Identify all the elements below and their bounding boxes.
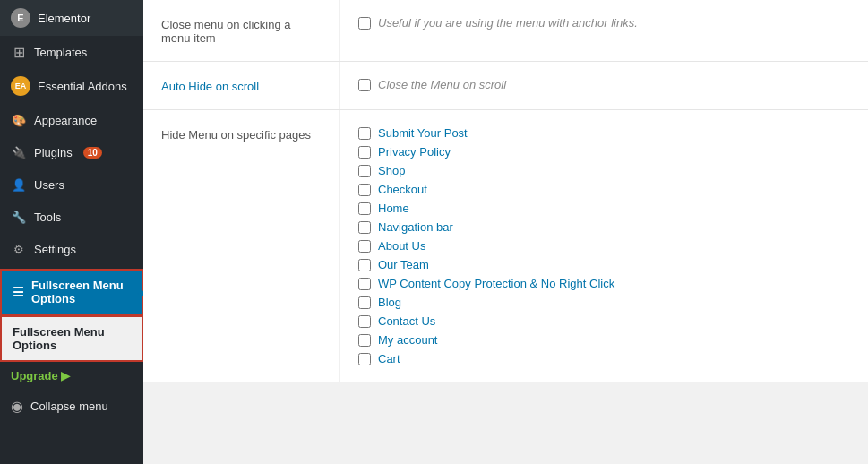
sidebar-item-label: Tools <box>34 211 61 224</box>
sidebar-item-fullscreen-secondary[interactable]: Fullscreen Menu Options <box>0 315 143 362</box>
checkbox-about-us[interactable] <box>358 240 371 253</box>
collapse-icon: ◉ <box>11 398 23 415</box>
label-contact-us: Contact Us <box>378 314 435 328</box>
label-about-us: About Us <box>378 239 425 253</box>
checkbox-checkout[interactable] <box>358 184 371 196</box>
checkbox-row-home: Home <box>358 202 850 215</box>
fullscreen-active-label: Fullscreen Menu Options <box>31 279 131 305</box>
label-my-account: My account <box>378 333 437 347</box>
main-content: Close menu on clicking a menu item Usefu… <box>143 0 868 464</box>
checkbox-my-account[interactable] <box>358 334 371 347</box>
plugins-icon: 🔌 <box>11 144 27 160</box>
appearance-icon: 🎨 <box>11 112 27 128</box>
sidebar-item-elementor[interactable]: E Elementor <box>0 0 143 36</box>
sidebar-item-plugins[interactable]: 🔌 Plugins 10 <box>0 136 143 168</box>
label-submit-your-post: Submit Your Post <box>378 126 468 140</box>
elementor-icon: E <box>11 8 30 28</box>
checkbox-row-scroll: Close the Menu on scroll <box>358 78 850 91</box>
label-cart: Cart <box>378 352 400 365</box>
checkbox-row-shop: Shop <box>358 164 850 177</box>
checkbox-row-wp-content-copy: WP Content Copy Protection & No Right Cl… <box>358 277 850 290</box>
checkbox-cart[interactable] <box>358 353 371 365</box>
checkbox-row-cart: Cart <box>358 352 850 365</box>
users-icon: 👤 <box>11 176 27 193</box>
label-wp-content-copy: WP Content Copy Protection & No Right Cl… <box>378 277 614 290</box>
checkbox-row-our-team: Our Team <box>358 258 850 271</box>
label-our-team: Our Team <box>378 258 429 271</box>
sidebar-item-label: Elementor <box>38 12 90 25</box>
checkbox-submit-your-post[interactable] <box>358 127 371 140</box>
label-hide-menu-pages: Hide Menu on specific pages <box>143 110 340 382</box>
section-auto-hide-scroll: Auto Hide on scroll Close the Menu on sc… <box>143 62 868 110</box>
checkbox-row-navigation-bar: Navigation bar <box>358 220 850 234</box>
checkbox-row-blog: Blog <box>358 296 850 309</box>
arrow-icon: ◀ <box>138 284 143 301</box>
section-close-menu-click: Close menu on clicking a menu item Usefu… <box>143 0 868 62</box>
checkbox-row-checkout: Checkout <box>358 183 850 196</box>
sidebar-item-appearance[interactable]: 🎨 Appearance <box>0 104 143 136</box>
collapse-label: Collapse menu <box>30 400 108 413</box>
label-shop: Shop <box>378 164 405 177</box>
sidebar-item-label: Settings <box>34 243 76 256</box>
checkbox-home[interactable] <box>358 202 371 215</box>
hamburger-icon: ☰ <box>13 285 24 299</box>
checkbox-shop[interactable] <box>358 165 371 177</box>
sidebar-item-label: Users <box>34 178 64 192</box>
essential-addons-icon: EA <box>11 76 30 96</box>
sidebar-item-label: Essential Addons <box>38 80 127 93</box>
sidebar-item-settings[interactable]: ⚙ Settings <box>0 233 143 265</box>
sidebar-item-essential-addons[interactable]: EA Essential Addons <box>0 68 143 104</box>
checkbox-wp-content-copy[interactable] <box>358 278 371 290</box>
label-home: Home <box>378 202 409 215</box>
sidebar-collapse[interactable]: ◉ Collapse menu <box>0 390 143 423</box>
tools-icon: 🔧 <box>11 209 27 225</box>
sidebar-item-templates[interactable]: ⊞ Templates <box>0 36 143 68</box>
sidebar-item-users[interactable]: 👤 Users <box>0 168 143 201</box>
checkbox-our-team[interactable] <box>358 259 371 271</box>
sidebar-item-tools[interactable]: 🔧 Tools <box>0 201 143 233</box>
fullscreen-secondary-label: Fullscreen Menu Options <box>13 325 105 352</box>
checkbox-close-menu-anchor[interactable] <box>358 17 371 30</box>
checkbox-row-submit-your-post: Submit Your Post <box>358 126 850 140</box>
label-close-menu-click: Close menu on clicking a menu item <box>143 0 340 61</box>
checkbox-row-contact-us: Contact Us <box>358 314 850 328</box>
checkbox-contact-us[interactable] <box>358 315 371 328</box>
templates-icon: ⊞ <box>11 44 27 60</box>
sidebar-item-label: Plugins <box>34 146 73 159</box>
content-hide-menu-pages: Submit Your PostPrivacy PolicyShopChecko… <box>340 110 868 382</box>
checkbox-privacy-policy[interactable] <box>358 146 371 159</box>
upgrade-label: Upgrade ▶ <box>11 369 70 382</box>
checkbox-row-about-us: About Us <box>358 239 850 253</box>
settings-icon: ⚙ <box>11 241 27 257</box>
checkbox-close-menu-scroll[interactable] <box>358 79 371 91</box>
label-blog: Blog <box>378 296 401 309</box>
label-checkout: Checkout <box>378 183 427 196</box>
checkbox-row-anchor: Useful if you are using the menu with an… <box>358 16 850 30</box>
section-hide-menu-pages: Hide Menu on specific pages Submit Your … <box>143 110 868 382</box>
label-privacy-policy: Privacy Policy <box>378 145 451 159</box>
sidebar-item-fullscreen-active[interactable]: ☰ Fullscreen Menu Options ◀ <box>0 269 143 315</box>
sidebar-upgrade[interactable]: Upgrade ▶ <box>0 362 143 390</box>
label-auto-hide: Auto Hide on scroll <box>143 62 340 109</box>
sidebar-item-label: Templates <box>34 46 87 59</box>
label-anchor: Useful if you are using the menu with an… <box>378 16 638 30</box>
checkbox-row-privacy-policy: Privacy Policy <box>358 145 850 159</box>
sidebar-item-label: Appearance <box>34 114 97 127</box>
content-close-menu-click: Useful if you are using the menu with an… <box>340 0 868 61</box>
checkbox-row-my-account: My account <box>358 333 850 347</box>
sidebar: E Elementor ⊞ Templates EA Essential Add… <box>0 0 143 464</box>
label-scroll: Close the Menu on scroll <box>378 78 506 91</box>
checkbox-blog[interactable] <box>358 296 371 309</box>
content-auto-hide: Close the Menu on scroll <box>340 62 868 109</box>
checkbox-navigation-bar[interactable] <box>358 221 371 234</box>
plugins-badge: 10 <box>83 147 102 159</box>
label-navigation-bar: Navigation bar <box>378 220 453 234</box>
